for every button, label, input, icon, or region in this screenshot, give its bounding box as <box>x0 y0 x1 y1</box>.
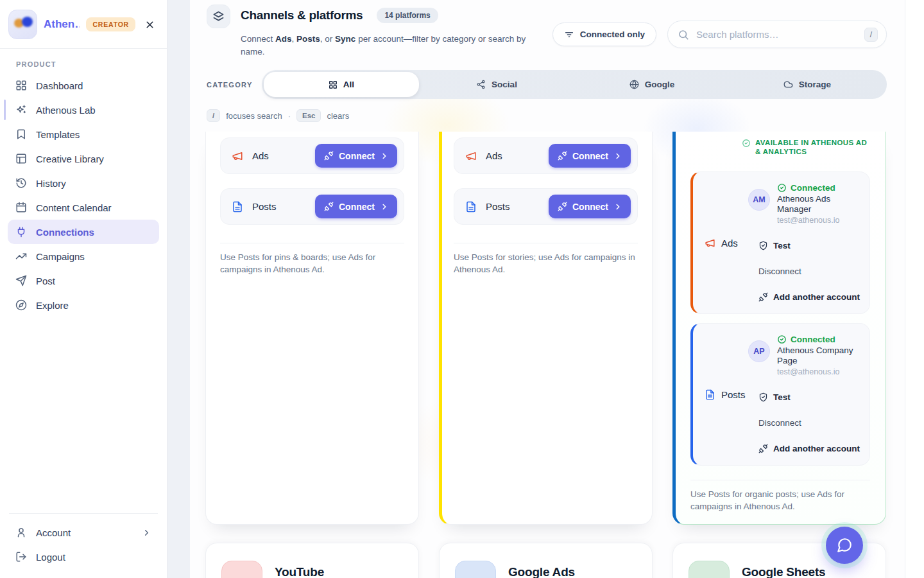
google-sheets-icon <box>689 561 730 578</box>
card-divider <box>220 243 404 243</box>
plug-connect-icon <box>324 202 334 211</box>
test-label: Test <box>773 392 791 402</box>
search-input[interactable] <box>696 29 864 40</box>
connected-posts-section: Posts AP Connected Athenous Company Page <box>690 323 870 466</box>
right-gutter <box>905 0 924 578</box>
posts-label: Posts <box>486 201 510 212</box>
connected-only-label: Connected only <box>580 30 645 39</box>
sidebar-item-templates[interactable]: Templates <box>8 122 159 146</box>
sidebar-item-logout[interactable]: Logout <box>8 545 159 569</box>
megaphone-icon <box>705 238 715 249</box>
sidebar-item-label: Campaigns <box>36 251 85 262</box>
logout-icon <box>15 551 27 563</box>
category-segmented-control: All Social Google Storage <box>262 70 887 99</box>
availability-text: AVAILABLE IN ATHENOUS AD & ANALYTICS <box>755 138 870 156</box>
header-actions: Connected only / <box>552 21 887 48</box>
sidebar-item-label: Dashboard <box>36 80 83 91</box>
connect-posts-button[interactable]: Connect <box>549 195 631 218</box>
connected-ads-section: Ads AM Connected Athenous Ads Manager <box>690 171 870 314</box>
sidebar-item-label: Content Calendar <box>36 202 112 213</box>
bottom-cards-grid: YouTube Google Ads Google Sheets <box>205 543 886 578</box>
compass-icon <box>15 299 27 311</box>
sidebar-item-label: Post <box>36 276 55 286</box>
add-account-label: Add another account <box>773 444 860 453</box>
chevron-right-icon <box>613 202 622 211</box>
connect-posts-button[interactable]: Connect <box>315 195 397 218</box>
keyboard-hints: / focuses search · Esc clears <box>207 109 905 122</box>
check-circle-icon <box>777 183 787 193</box>
sidebar-item-content-calendar[interactable]: Content Calendar <box>8 195 159 220</box>
tab-all[interactable]: All <box>264 72 419 97</box>
connected-only-button[interactable]: Connected only <box>552 22 656 46</box>
tab-social[interactable]: Social <box>419 72 574 97</box>
availability-label: AVAILABLE IN ATHENOUS AD & ANALYTICS <box>690 138 870 156</box>
sidebar-item-label: Explore <box>36 300 69 311</box>
slash-key: / <box>207 109 220 122</box>
sidebar-item-account[interactable]: Account <box>8 520 159 545</box>
sidebar-item-dashboard[interactable]: Dashboard <box>8 73 159 98</box>
add-account-button[interactable]: Add another account <box>758 444 860 453</box>
app-root: Athen… CREATOR PRODUCT Dashboard Athenou… <box>0 0 924 578</box>
connect-ads-button[interactable]: Connect <box>549 144 631 168</box>
disconnect-button[interactable]: Disconnect <box>758 418 860 428</box>
search-box[interactable]: / <box>667 21 887 48</box>
ads-label: Ads <box>486 150 502 161</box>
sidebar-item-connections[interactable]: Connections <box>8 220 159 244</box>
plug-connect-icon <box>558 202 567 211</box>
card-divider <box>454 243 638 243</box>
close-sidebar-button[interactable] <box>142 17 158 33</box>
add-account-button[interactable]: Add another account <box>758 292 860 302</box>
shield-check-icon <box>758 241 768 250</box>
test-button[interactable]: Test <box>758 392 860 402</box>
bookmark-icon <box>15 128 27 140</box>
ads-row: Ads Connect <box>220 137 404 174</box>
ads-label: Ads <box>252 150 269 161</box>
sidebar-item-campaigns[interactable]: Campaigns <box>8 244 159 268</box>
account-name: Athenous Ads Manager <box>777 194 854 214</box>
platform-card-youtube[interactable]: YouTube <box>205 543 419 578</box>
layers-icon <box>207 4 230 28</box>
posts-label: Posts <box>721 389 746 400</box>
connect-ads-button[interactable]: Connect <box>315 144 397 168</box>
sidebar-item-explore[interactable]: Explore <box>8 293 159 317</box>
connect-label: Connect <box>339 151 375 161</box>
ads-row-label: Ads <box>702 238 748 249</box>
page-header: Channels & platforms 14 platforms Connec… <box>190 0 905 58</box>
plug-connect-icon <box>758 444 768 453</box>
platform-card-google-ads[interactable]: Google Ads <box>439 543 653 578</box>
disconnect-button[interactable]: Disconnect <box>758 267 860 276</box>
account-name: Athenous Company Page <box>777 346 854 365</box>
sidebar-item-post[interactable]: Post <box>8 268 159 293</box>
sidebar-item-label: History <box>36 178 66 189</box>
sidebar-item-creative-library[interactable]: Creative Library <box>8 146 159 171</box>
plug-connect-icon <box>324 151 334 161</box>
posts-row-label: Posts <box>702 389 748 400</box>
connect-label: Connect <box>572 202 608 212</box>
tab-google[interactable]: Google <box>574 72 730 97</box>
connected-status: Connected <box>777 335 854 344</box>
grid-icon <box>329 80 338 89</box>
filter-icon <box>564 30 574 40</box>
sidebar-section-label: PRODUCT <box>0 49 167 73</box>
tab-storage[interactable]: Storage <box>730 72 885 97</box>
hint-text: clears <box>327 111 349 121</box>
platform-title: Google Ads <box>508 565 575 578</box>
sidebar-item-history[interactable]: History <box>8 171 159 195</box>
sidebar-footer: Account Logout <box>0 513 167 569</box>
sidebar-item-athenous-lab[interactable]: Athenous Lab <box>8 98 159 122</box>
workspace-logo[interactable] <box>8 10 37 39</box>
disconnect-label: Disconnect <box>758 418 801 428</box>
test-label: Test <box>773 241 791 250</box>
layout-panels-icon <box>15 153 27 164</box>
chevron-right-icon <box>613 152 622 161</box>
tab-label: Storage <box>799 80 831 89</box>
cloud-icon <box>783 80 793 89</box>
main-panel: Channels & platforms 14 platforms Connec… <box>190 0 905 578</box>
test-button[interactable]: Test <box>758 241 860 250</box>
file-text-icon <box>232 201 243 213</box>
search-icon <box>678 29 689 40</box>
chat-fab-button[interactable] <box>826 527 863 564</box>
connect-label: Connect <box>339 202 375 212</box>
check-circle-icon <box>777 335 787 344</box>
hint-text: focuses search <box>226 111 282 121</box>
